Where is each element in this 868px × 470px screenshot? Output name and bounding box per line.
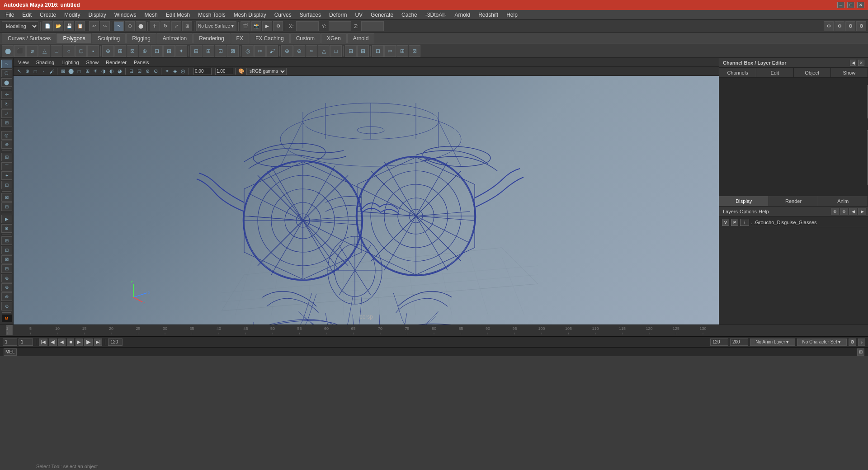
step-fwd-btn[interactable]: |▶: [84, 338, 93, 346]
icon-bridge[interactable]: ⊞: [114, 45, 126, 57]
tab-curves-surfaces[interactable]: Curves / Surfaces: [2, 33, 57, 43]
extra1-btn[interactable]: ⊞: [1, 236, 12, 245]
extra2-btn[interactable]: ⊡: [1, 246, 12, 254]
vpt-shadow[interactable]: ◑: [100, 68, 107, 75]
extra8-btn[interactable]: ⊙: [1, 302, 12, 310]
paint-sel-btn[interactable]: ⬤: [1, 78, 12, 87]
menu-redshift[interactable]: Redshift: [475, 11, 502, 19]
vpt-film-gate[interactable]: ⊡: [136, 68, 143, 75]
layer-playback-toggle[interactable]: P: [731, 219, 738, 226]
layer-btn-4[interactable]: ▶: [858, 208, 866, 215]
icon-target-weld[interactable]: ◎: [242, 45, 254, 57]
cb-tab-channels[interactable]: Channels: [719, 68, 756, 77]
menu-file[interactable]: File: [2, 11, 18, 19]
tab-sculpting[interactable]: Sculpting: [92, 33, 126, 43]
layer-color-swatch[interactable]: /: [740, 219, 749, 226]
save-as-btn[interactable]: 📋: [75, 21, 85, 31]
menu-edit[interactable]: Edit: [19, 11, 35, 19]
vpt-hierarchy[interactable]: ⊕: [24, 68, 31, 75]
anim-layer-dropdown[interactable]: No Anim Layer ▼: [750, 338, 795, 346]
show-menu[interactable]: Show: [84, 60, 102, 65]
char-set-dropdown[interactable]: No Character Set ▼: [797, 338, 847, 346]
3d-viewport[interactable]: X Y Z persp: [14, 76, 719, 324]
maximize-button[interactable]: □: [847, 2, 854, 8]
renderer-menu[interactable]: Renderer: [103, 60, 129, 65]
step-back-btn[interactable]: ◀|: [49, 338, 57, 346]
snap-point-btn[interactable]: ✦: [1, 171, 12, 180]
help-menu-item[interactable]: Help: [759, 209, 769, 214]
open-file-btn[interactable]: 📂: [53, 21, 63, 31]
vpt-select-mask[interactable]: ↖: [15, 68, 23, 75]
render-btn[interactable]: 🎬: [241, 21, 250, 31]
play-back-btn[interactable]: ◀: [58, 338, 66, 346]
icon-poly-sphere[interactable]: ⬡: [75, 45, 87, 57]
universal-manip-btn[interactable]: ⊞: [1, 119, 12, 127]
layer-btn-1[interactable]: ⊕: [831, 208, 839, 215]
show-manip-btn[interactable]: ⊕: [1, 141, 12, 149]
snap-curve-btn[interactable]: ⌒: [1, 162, 12, 171]
icon-connect[interactable]: ⊕: [139, 45, 151, 57]
rotate-btn[interactable]: ↻: [160, 21, 170, 31]
icon-extrude[interactable]: ⊕: [102, 45, 114, 57]
menu-mesh-tools[interactable]: Mesh Tools: [194, 11, 229, 19]
icon-triangulate[interactable]: △: [318, 45, 330, 57]
snap-view-btn[interactable]: ⊡: [1, 181, 12, 189]
icon-cube[interactable]: ⬛: [14, 45, 26, 57]
rotate-tool-btn[interactable]: ↻: [1, 100, 12, 108]
vpt-isolate[interactable]: ◎: [179, 68, 187, 75]
vpt-color[interactable]: 🎨: [237, 68, 245, 75]
tab-rendering[interactable]: Rendering: [193, 33, 230, 43]
icon-weld[interactable]: ✦: [175, 45, 187, 57]
frame-end-field[interactable]: 120: [108, 338, 123, 346]
icon-uv-unfold[interactable]: ⊡: [372, 45, 384, 57]
extra6-btn[interactable]: ⊖: [1, 283, 12, 292]
select-btn[interactable]: ↖: [114, 21, 124, 31]
menu-arnold[interactable]: Arnold: [451, 11, 474, 19]
scale-tool-btn[interactable]: ⤢: [1, 109, 12, 118]
icon-mirror[interactable]: ⊟: [345, 45, 357, 57]
scale-btn[interactable]: ⤢: [171, 21, 181, 31]
history2-btn[interactable]: ⊟: [1, 202, 12, 211]
shading-menu[interactable]: Shading: [33, 60, 57, 65]
menu-modify[interactable]: Modify: [61, 11, 84, 19]
y-field[interactable]: [329, 21, 351, 31]
vpt-xray[interactable]: ✦: [163, 68, 170, 75]
mode-dropdown[interactable]: Modeling Rigging Animation FX Rendering: [2, 21, 38, 31]
menu-curves[interactable]: Curves: [271, 11, 295, 19]
vpt-grid[interactable]: ⊟: [127, 68, 135, 75]
cb-expand-btn[interactable]: ✕: [858, 60, 864, 66]
menu-mesh[interactable]: Mesh: [141, 11, 161, 19]
icon-merge[interactable]: ⊞: [163, 45, 175, 57]
icon-sym[interactable]: ⊞: [357, 45, 369, 57]
redo-btn[interactable]: ↪: [100, 21, 110, 31]
sound-btn[interactable]: ♪: [858, 338, 865, 346]
menu-generate[interactable]: Generate: [367, 11, 397, 19]
icon-combine[interactable]: ⊕: [281, 45, 293, 57]
icon-cylinder[interactable]: ⌀: [26, 45, 38, 57]
icon-separate[interactable]: ⊖: [293, 45, 305, 57]
vpt-gamma-dropdown[interactable]: sRGB gamma Linear: [246, 68, 287, 75]
mel-python-toggle[interactable]: MEL: [4, 348, 17, 356]
cb-tab-show[interactable]: Show: [831, 68, 868, 77]
icon-bevel[interactable]: ⊠: [127, 45, 138, 57]
frame-start-field[interactable]: 1: [3, 338, 17, 346]
layer-btn-3[interactable]: ◀: [849, 208, 857, 215]
render-settings-btn[interactable]: ⚙: [1, 224, 12, 233]
close-button[interactable]: ✕: [857, 2, 864, 8]
z-field[interactable]: [361, 21, 384, 31]
icon-uv-cut[interactable]: ✂: [384, 45, 396, 57]
vpt-component-mode[interactable]: ·: [40, 68, 47, 75]
menu-create[interactable]: Create: [36, 11, 60, 19]
tab-rigging[interactable]: Rigging: [126, 33, 156, 43]
icon-uv-layout[interactable]: ⊞: [396, 45, 408, 57]
render2-btn[interactable]: 📸: [251, 21, 261, 31]
move-btn[interactable]: ✛: [150, 21, 160, 31]
layers-menu-item[interactable]: Layers: [723, 209, 738, 214]
vpt-light[interactable]: ☀: [92, 68, 99, 75]
menu-edit-mesh[interactable]: Edit Mesh: [162, 11, 193, 19]
menu-help[interactable]: Help: [503, 11, 521, 19]
icon-poly-cube[interactable]: ▪: [87, 45, 99, 57]
tab-custom[interactable]: Custom: [290, 33, 321, 43]
layer-btn-2[interactable]: ⊖: [840, 208, 848, 215]
lighting-menu[interactable]: Lighting: [59, 60, 82, 65]
